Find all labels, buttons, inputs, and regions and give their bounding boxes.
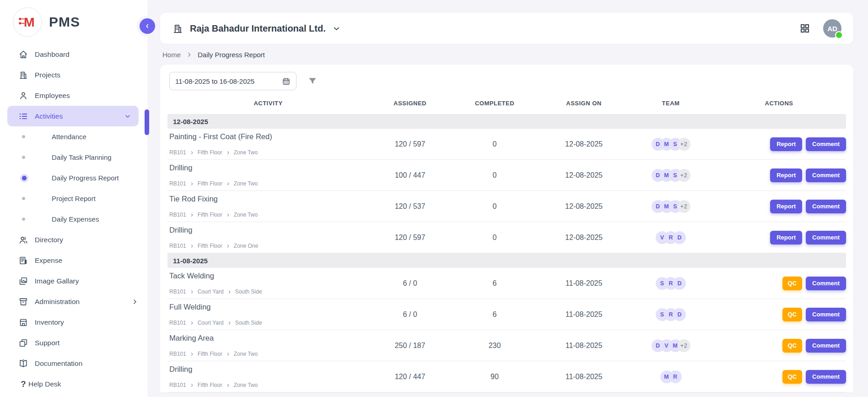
location-part: Zone Two — [234, 149, 258, 156]
sidebar-item-label: Directory — [35, 236, 63, 244]
chevron-right-icon — [186, 52, 192, 58]
sidebar-subitem-project-report[interactable]: Project Report — [0, 188, 148, 209]
filter-funnel-icon[interactable] — [307, 76, 318, 86]
store-icon — [18, 317, 28, 327]
qc-button[interactable]: QC — [782, 277, 803, 290]
table-row: DrillingRB101Fifth FloorZone Two100 / 44… — [167, 160, 846, 191]
chevron-right-icon — [226, 182, 230, 186]
chevron-right-icon — [226, 244, 230, 248]
chevron-right-icon — [226, 213, 230, 217]
location-part: Zone One — [234, 243, 258, 249]
column-header-actions: ACTIONS — [712, 100, 846, 107]
bullet-dot-icon — [22, 176, 27, 180]
list-icon — [18, 111, 28, 121]
comment-button[interactable]: Comment — [806, 231, 846, 245]
sidebar-item-inventory[interactable]: Inventory — [0, 312, 148, 332]
assigned-value: 100 / 447 — [369, 171, 451, 179]
date-range-input[interactable]: 11-08-2025 to 16-08-2025 — [169, 72, 297, 90]
sidebar-item-label: Employees — [35, 92, 70, 100]
user-avatar[interactable]: AD — [823, 19, 841, 38]
completed-value: 0 — [451, 202, 538, 211]
comment-button[interactable]: Comment — [806, 137, 846, 151]
sidebar-item-activities[interactable]: Activities — [7, 106, 139, 126]
breadcrumb-home[interactable]: Home — [162, 51, 181, 59]
activity-cell: DrillingRB101Fifth FloorZone One — [167, 222, 369, 253]
company-selector[interactable]: Raja Bahadur International Ltd. — [172, 23, 341, 34]
sidebar-item-expense[interactable]: Expense — [0, 250, 148, 271]
assigned-value: 120 / 537 — [369, 202, 451, 211]
apps-grid-icon[interactable] — [799, 23, 810, 34]
team-member-badge: D — [673, 308, 686, 321]
sidebar-item-support[interactable]: Support — [0, 332, 148, 353]
comment-button[interactable]: Comment — [806, 169, 846, 182]
activity-cell: DrillingRB101Fifth FloorZone Two — [167, 160, 369, 190]
sidebar-item-help-desk[interactable]: ?Help Desk — [0, 374, 148, 394]
comment-button[interactable]: Comment — [806, 308, 846, 321]
activity-location: RB101Fifth FloorZone One — [169, 243, 369, 249]
sidebar-item-label: Documentation — [35, 359, 82, 368]
qc-button[interactable]: QC — [782, 308, 803, 321]
sidebar-collapse-button[interactable] — [137, 16, 158, 37]
sidebar-subitem-attendance[interactable]: Attendance — [0, 126, 148, 147]
building-icon — [172, 23, 183, 34]
table-row: Tack WeldingRB101Court YardSouth Side6 /… — [167, 268, 846, 299]
sidebar-item-employees[interactable]: Employees — [0, 85, 148, 106]
qc-button[interactable]: QC — [782, 370, 803, 384]
activity-title: Marking Area — [169, 334, 369, 343]
activity-title: Painting - First Coat (Fire Red) — [169, 132, 369, 141]
team-avatars: SRD — [630, 308, 712, 321]
report-button[interactable]: Report — [770, 200, 802, 213]
main-content: Raja Bahadur International Ltd. AD Home … — [148, 13, 868, 397]
report-button[interactable]: Report — [770, 137, 802, 151]
filter-row: 11-08-2025 to 16-08-2025 — [167, 72, 846, 92]
location-part: Zone Two — [234, 382, 258, 388]
qc-button[interactable]: QC — [782, 339, 803, 353]
row-actions: ReportComment — [712, 200, 846, 213]
sidebar-item-label: Help Desk — [28, 380, 61, 388]
location-part: RB101 — [169, 382, 186, 388]
activity-cell: Tack WeldingRB101Court YardSouth Side — [167, 268, 369, 299]
location-part: Court Yard — [198, 320, 224, 326]
location-part: South Side — [235, 288, 262, 295]
comment-button[interactable]: Comment — [806, 200, 846, 213]
location-part: RB101 — [169, 149, 186, 156]
completed-value: 0 — [451, 140, 538, 148]
sidebar-subitem-daily-expenses[interactable]: Daily Expenses — [0, 209, 148, 229]
comment-button[interactable]: Comment — [806, 277, 846, 290]
report-button[interactable]: Report — [770, 169, 802, 182]
location-part: Fifth Floor — [198, 382, 222, 388]
sidebar-subitem-daily-task-planning[interactable]: Daily Task Planning — [0, 147, 148, 168]
assign-on-value: 11-08-2025 — [538, 373, 630, 381]
sidebar-item-administration[interactable]: Administration — [0, 291, 148, 312]
completed-value: 230 — [451, 342, 538, 350]
activity-location: RB101Fifth FloorZone Two — [169, 212, 369, 218]
location-part: RB101 — [169, 243, 186, 249]
sidebar-item-label: Support — [35, 339, 59, 347]
report-button[interactable]: Report — [770, 231, 802, 245]
sidebar-item-label: Dashboard — [35, 50, 70, 59]
sidebar-nav: DashboardProjectsEmployeesActivitiesAtte… — [0, 44, 148, 394]
chevron-right-icon — [226, 383, 230, 387]
sidebar-item-projects[interactable]: Projects — [0, 65, 148, 85]
comment-button[interactable]: Comment — [806, 339, 846, 353]
building-icon — [18, 70, 28, 80]
chevron-right-icon — [226, 151, 230, 155]
completed-value: 0 — [451, 171, 538, 179]
sidebar-item-documentation[interactable]: Documentation — [0, 353, 148, 374]
chevron-down-icon — [332, 24, 341, 33]
table-row: DrillingRB101Fifth FloorZone One120 / 59… — [167, 222, 846, 253]
sidebar-subitem-label: Project Report — [52, 195, 96, 202]
location-part: RB101 — [169, 212, 186, 218]
sidebar-subitem-label: Daily Expenses — [52, 215, 99, 223]
sidebar-item-label: Image Gallary — [35, 277, 79, 285]
app-title: PMS — [49, 14, 80, 30]
sidebar-item-dashboard[interactable]: Dashboard — [0, 44, 148, 65]
sidebar-subitem-daily-progress-report[interactable]: Daily Progress Report — [0, 168, 148, 188]
sidebar-item-label: Expense — [35, 256, 62, 265]
location-part: Fifth Floor — [198, 149, 222, 156]
bullet-dot-icon — [22, 197, 25, 200]
comment-button[interactable]: Comment — [806, 370, 846, 384]
location-part: South Side — [235, 320, 262, 326]
sidebar-item-directory[interactable]: Directory — [0, 229, 148, 250]
sidebar-item-image-gallary[interactable]: Image Gallary — [0, 271, 148, 291]
